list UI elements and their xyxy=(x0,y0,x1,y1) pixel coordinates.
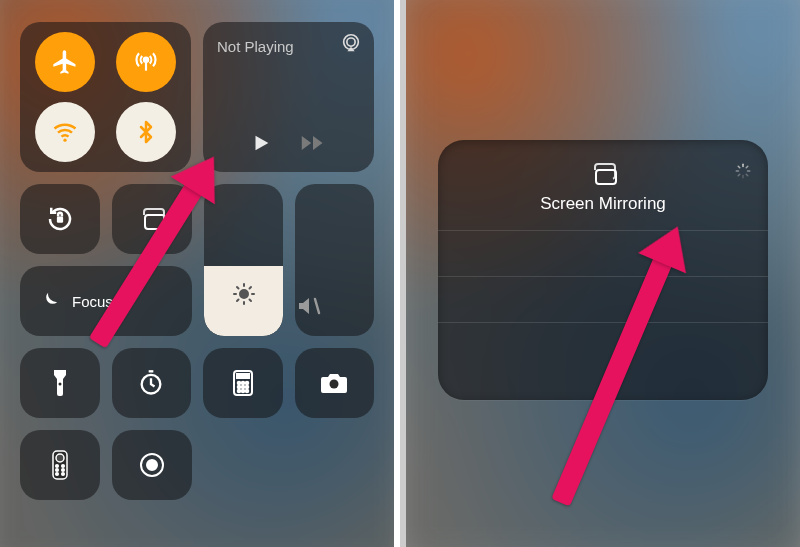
sheet-header: Screen Mirroring xyxy=(438,160,768,231)
brightness-fill xyxy=(204,266,283,336)
svg-point-16 xyxy=(245,386,248,389)
device-row-placeholder[interactable] xyxy=(438,277,768,323)
svg-point-1 xyxy=(64,139,67,142)
calculator-icon xyxy=(231,369,255,397)
rotation-lock-button[interactable] xyxy=(20,184,100,254)
panel-divider xyxy=(394,0,400,547)
now-playing-module[interactable]: Not Playing xyxy=(203,22,374,172)
svg-point-15 xyxy=(241,386,244,389)
sun-icon xyxy=(232,282,256,306)
screen-record-button[interactable] xyxy=(112,430,192,500)
svg-point-11 xyxy=(237,382,240,385)
speaker-slash-icon xyxy=(295,294,374,318)
volume-slider[interactable] xyxy=(295,184,374,336)
screen-record-icon xyxy=(138,451,166,479)
svg-point-3 xyxy=(347,38,355,46)
bluetooth-toggle[interactable] xyxy=(116,102,176,162)
screen-mirroring-icon xyxy=(584,160,622,188)
forward-icon xyxy=(300,132,326,154)
screenshot-left: Not Playing xyxy=(0,0,394,547)
device-row-placeholder[interactable] xyxy=(438,231,768,277)
airplane-icon xyxy=(51,48,79,76)
svg-point-22 xyxy=(56,454,64,462)
spinner-icon xyxy=(734,162,752,180)
svg-rect-31 xyxy=(596,170,616,184)
rotation-lock-icon xyxy=(45,204,75,234)
svg-point-17 xyxy=(237,390,240,393)
svg-point-12 xyxy=(241,382,244,385)
svg-point-19 xyxy=(245,390,248,393)
svg-point-23 xyxy=(56,465,59,468)
svg-rect-10 xyxy=(237,374,249,378)
svg-point-25 xyxy=(56,469,59,472)
svg-point-24 xyxy=(62,465,65,468)
svg-point-14 xyxy=(237,386,240,389)
flashlight-icon xyxy=(50,368,70,398)
svg-point-7 xyxy=(58,383,61,386)
svg-point-18 xyxy=(241,390,244,393)
control-center: Not Playing xyxy=(0,0,394,547)
svg-point-26 xyxy=(62,469,65,472)
fast-forward-button[interactable] xyxy=(300,132,326,154)
antenna-icon xyxy=(133,49,159,75)
timer-icon xyxy=(137,369,165,397)
svg-point-13 xyxy=(245,382,248,385)
apple-tv-remote-button[interactable] xyxy=(20,430,100,500)
device-list xyxy=(438,231,768,369)
camera-icon xyxy=(319,371,349,395)
calculator-button[interactable] xyxy=(203,348,283,418)
flashlight-button[interactable] xyxy=(20,348,100,418)
now-playing-label: Not Playing xyxy=(217,38,360,55)
connectivity-module[interactable] xyxy=(20,22,191,172)
svg-point-0 xyxy=(144,58,148,62)
wifi-toggle[interactable] xyxy=(35,102,95,162)
brightness-slider[interactable] xyxy=(204,184,283,336)
airplane-mode-toggle[interactable] xyxy=(35,32,95,92)
camera-button[interactable] xyxy=(295,348,375,418)
timer-button[interactable] xyxy=(112,348,192,418)
wifi-icon xyxy=(51,118,79,146)
screen-mirroring-sheet[interactable]: Screen Mirroring xyxy=(438,140,768,400)
bluetooth-icon xyxy=(134,120,158,144)
apple-tv-remote-icon xyxy=(51,449,69,481)
svg-point-28 xyxy=(62,473,65,476)
screenshot-right: Screen Mirroring xyxy=(406,0,800,547)
moon-icon xyxy=(38,290,60,312)
svg-point-20 xyxy=(330,380,339,389)
play-icon xyxy=(250,132,272,154)
svg-rect-4 xyxy=(57,217,63,223)
svg-point-6 xyxy=(240,290,248,298)
cellular-data-toggle[interactable] xyxy=(116,32,176,92)
device-row-placeholder[interactable] xyxy=(438,323,768,369)
airplay-audio-icon[interactable] xyxy=(340,32,362,54)
loading-spinner xyxy=(734,162,752,180)
play-button[interactable] xyxy=(250,132,272,154)
sheet-title: Screen Mirroring xyxy=(438,194,768,214)
svg-point-30 xyxy=(147,460,157,470)
svg-point-27 xyxy=(56,473,59,476)
